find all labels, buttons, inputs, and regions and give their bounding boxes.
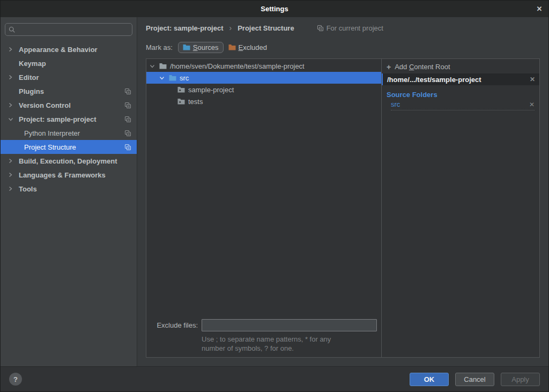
- tree-row-label: sample-project: [188, 86, 234, 94]
- source-folder-icon: [169, 75, 176, 81]
- tree-row-tests[interactable]: tests: [146, 95, 381, 107]
- sidebar-item-label: Tools: [19, 185, 37, 193]
- sidebar-item-label: Editor: [19, 73, 39, 82]
- per-project-scheme-icon: [124, 88, 131, 95]
- chevron-right-icon: [8, 75, 19, 80]
- tree-row-label: /home/sven/Dokumente/test/sample-project: [170, 62, 305, 70]
- content-roots-tree: /home/sven/Dokumente/test/sample-project…: [146, 59, 381, 107]
- help-button[interactable]: ?: [9, 373, 22, 386]
- help-icon: ?: [13, 375, 18, 383]
- sidebar-item-build-execution-deployment[interactable]: Build, Execution, Deployment: [1, 154, 137, 168]
- mark-as-excluded-button[interactable]: Excluded: [224, 42, 272, 53]
- per-project-scheme-icon: [317, 25, 324, 32]
- breadcrumb-project-structure: Project Structure: [238, 24, 294, 32]
- mark-as-sources-button[interactable]: Sources: [178, 42, 224, 53]
- close-button[interactable]: ✕: [530, 1, 548, 17]
- cancel-button[interactable]: Cancel: [455, 373, 494, 386]
- breadcrumb-project[interactable]: Project: sample-project: [146, 24, 224, 32]
- search-input[interactable]: [18, 26, 129, 34]
- apply-button[interactable]: Apply: [501, 373, 540, 386]
- content-root-path: /home/.../test/sample-project: [387, 76, 481, 84]
- close-icon: ✕: [537, 5, 543, 13]
- source-folder-row-src[interactable]: src ✕: [391, 100, 535, 110]
- sidebar-item-editor[interactable]: Editor: [1, 70, 137, 84]
- exclude-files-label: Exclude files:: [150, 321, 198, 329]
- dialog-footer: ? OK Cancel Apply: [1, 366, 548, 391]
- mark-as-excluded-label: Excluded: [239, 43, 267, 51]
- sidebar-item-version-control[interactable]: Version Control: [1, 98, 137, 112]
- sidebar-item-label: Plugins: [19, 87, 44, 95]
- breadcrumb-separator-icon: ›: [229, 24, 232, 32]
- per-project-scheme-icon: [124, 130, 131, 137]
- scope-label-text: For current project: [327, 24, 383, 32]
- sidebar-item-label: Project: sample-project: [19, 115, 97, 123]
- mark-as-label: Mark as:: [146, 43, 173, 51]
- settings-sidebar: Appearance & Behavior Keymap Editor Plug…: [1, 17, 137, 366]
- sidebar-item-tools[interactable]: Tools: [1, 182, 137, 196]
- settings-search-box[interactable]: [5, 23, 132, 36]
- folder-icon: [159, 63, 167, 69]
- sidebar-item-label: Languages & Frameworks: [19, 171, 106, 179]
- content-root-row[interactable]: /home/.../test/sample-project ✕: [382, 73, 539, 85]
- tree-row-label: src: [180, 74, 189, 82]
- mark-as-toolbar: Mark as: Sources Excluded: [146, 41, 540, 54]
- excluded-folder-icon: [228, 44, 236, 50]
- sidebar-item-plugins[interactable]: Plugins: [1, 84, 137, 98]
- sidebar-item-python-interpreter[interactable]: Python Interpreter: [1, 126, 137, 140]
- close-icon: ✕: [529, 101, 535, 108]
- add-content-root-label: Add Content Root: [395, 63, 450, 71]
- sidebar-item-label: Keymap: [19, 60, 46, 68]
- settings-dialog: Settings ✕ Appearance & Behavior: [0, 0, 549, 392]
- ok-button[interactable]: OK: [410, 373, 449, 386]
- scope-label: For current project: [317, 24, 383, 32]
- exclude-files-section: Exclude files: Use ; to separate name pa…: [146, 319, 381, 357]
- settings-content: Project: sample-project › Project Struct…: [137, 17, 548, 366]
- content-root-details-panel: + Add Content Root /home/.../test/sample…: [382, 58, 540, 358]
- sidebar-item-label: Python Interpreter: [24, 129, 80, 137]
- per-project-scheme-icon: [124, 144, 131, 151]
- folder-icon: [177, 98, 185, 105]
- source-folder-icon: [183, 44, 190, 50]
- search-icon: [9, 26, 16, 33]
- add-content-root-button[interactable]: + Add Content Root: [382, 60, 539, 73]
- per-project-scheme-icon: [124, 102, 131, 109]
- tree-row-sample-project[interactable]: sample-project: [146, 84, 381, 95]
- dialog-body: Appearance & Behavior Keymap Editor Plug…: [1, 17, 548, 366]
- source-folder-label: src: [391, 100, 400, 108]
- sidebar-item-label: Build, Execution, Deployment: [19, 157, 117, 165]
- chevron-down-icon: [159, 76, 169, 80]
- remove-content-root-button[interactable]: ✕: [530, 76, 535, 83]
- exclude-files-input[interactable]: [202, 319, 377, 331]
- footer-buttons: OK Cancel Apply: [410, 373, 540, 386]
- folder-icon: [177, 86, 185, 93]
- chevron-right-icon: [8, 186, 19, 191]
- sidebar-item-languages-frameworks[interactable]: Languages & Frameworks: [1, 168, 137, 182]
- exclude-files-hint: Use ; to separate name patterns, * for a…: [202, 335, 377, 353]
- chevron-right-icon: [8, 102, 19, 108]
- sidebar-item-project-sample-project[interactable]: Project: sample-project: [1, 112, 137, 126]
- sidebar-item-label: Project Structure: [24, 143, 76, 151]
- tree-row-src[interactable]: src: [146, 72, 381, 84]
- breadcrumb: Project: sample-project › Project Struct…: [146, 22, 540, 34]
- tree-row-label: tests: [188, 98, 203, 106]
- source-folders-title: Source Folders: [387, 91, 535, 99]
- sidebar-item-keymap[interactable]: Keymap: [1, 56, 137, 70]
- content-roots-tree-panel: /home/sven/Dokumente/test/sample-project…: [146, 58, 382, 358]
- per-project-scheme-icon: [124, 116, 131, 123]
- sidebar-item-label: Appearance & Behavior: [19, 46, 98, 54]
- chevron-right-icon: [8, 47, 19, 52]
- sidebar-item-appearance-behavior[interactable]: Appearance & Behavior: [1, 42, 137, 56]
- sidebar-item-label: Version Control: [19, 101, 71, 109]
- chevron-right-icon: [8, 158, 19, 164]
- close-icon: ✕: [530, 76, 535, 83]
- project-structure-panels: /home/sven/Dokumente/test/sample-project…: [146, 58, 540, 358]
- sidebar-item-project-structure[interactable]: Project Structure: [1, 140, 137, 154]
- plus-icon: +: [387, 63, 391, 71]
- title-bar: Settings ✕: [1, 1, 548, 17]
- dialog-title: Settings: [261, 5, 288, 13]
- remove-source-folder-button[interactable]: ✕: [529, 101, 535, 108]
- chevron-right-icon: [8, 172, 19, 177]
- tree-row-content-root[interactable]: /home/sven/Dokumente/test/sample-project: [146, 60, 381, 72]
- chevron-down-icon: [150, 64, 159, 69]
- settings-nav: Appearance & Behavior Keymap Editor Plug…: [1, 42, 137, 196]
